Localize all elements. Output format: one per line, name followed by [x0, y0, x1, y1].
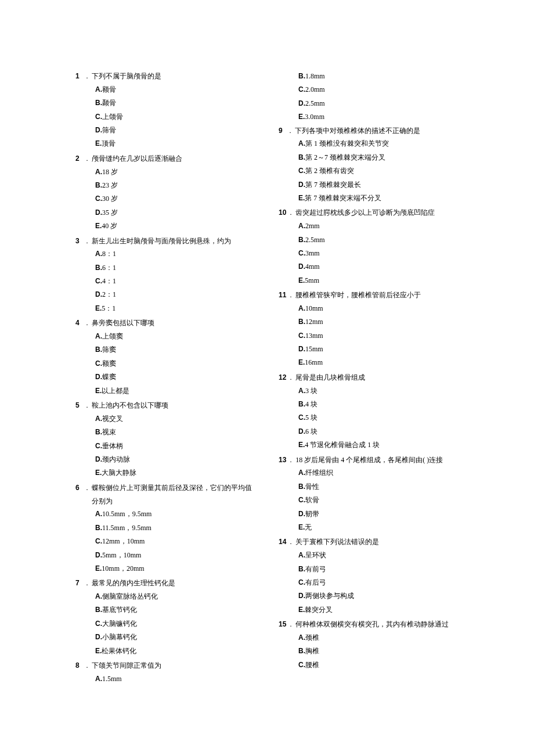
option-letter: B.: [298, 563, 305, 576]
option-letter: A.: [298, 137, 305, 150]
option-letter: C.: [298, 329, 305, 343]
question-separator: ．: [84, 235, 91, 248]
option-text: 大脑大静脉: [102, 466, 136, 480]
option-text: 第 7 颈椎棘突最长: [305, 178, 361, 192]
option-text: 13mm: [305, 329, 323, 343]
option-text: 呈环状: [305, 549, 326, 562]
question-text: 蝶鞍侧位片上可测量其前后径及深径，它们的平均值分别为: [92, 481, 255, 508]
option-letter: C.: [298, 83, 305, 96]
question-stem: 6．蝶鞍侧位片上可测量其前后径及深径，它们的平均值分别为: [75, 481, 255, 508]
question: 5．鞍上池内不包含以下哪项A.视交叉B.视束C.垂体柄D.颈内动脉E.大脑大静脉: [75, 399, 255, 480]
question-stem: 3．新生儿出生时脑颅骨与面颅骨比例悬殊，约为: [75, 235, 255, 248]
options-list: A.额骨B.颞骨C.上颌骨D.筛骨E.顶骨: [75, 83, 255, 151]
option-letter: A.: [95, 330, 102, 343]
options-list-continuation: B.1.8mmC.2.0mmD.2.5mmE.3.0mm: [279, 70, 459, 124]
option-letter: E.: [298, 192, 305, 205]
question-stem: 8．下颌关节间隙正常值为: [75, 659, 255, 672]
option-letter: D.: [298, 260, 305, 273]
option-letter: A.: [95, 507, 102, 521]
option-letter: D.: [298, 589, 305, 603]
question: 14．关于寰椎下列说法错误的是A.呈环状B.有前弓C.有后弓D.两侧块参与构成E…: [279, 535, 459, 617]
option: D.5mm，10mm: [95, 549, 255, 562]
option-letter: E.: [298, 110, 305, 124]
option: D.4mm: [298, 260, 459, 273]
option-text: 30 岁: [102, 192, 118, 206]
option: D.2：1: [95, 288, 255, 301]
question-number: 2: [75, 152, 82, 165]
option-text: 基底节钙化: [102, 603, 137, 617]
option-text: 3mm: [305, 247, 320, 260]
option-text: 8：1: [102, 247, 116, 261]
option-letter: E.: [95, 219, 102, 233]
option-text: 第 7 颈椎棘突末端不分叉: [305, 192, 381, 205]
option: B.1.8mm: [298, 70, 459, 83]
option-letter: D.: [95, 124, 102, 137]
option-letter: C.: [298, 658, 305, 672]
question-stem: 1．下列不属于脑颅骨的是: [75, 70, 255, 83]
option-text: 无: [305, 521, 312, 534]
option: E.顶骨: [95, 137, 255, 150]
option-letter: A.: [298, 219, 305, 233]
question-number: 3: [75, 235, 82, 248]
question: 1．下列不属于脑颅骨的是A.额骨B.颞骨C.上颌骨D.筛骨E.顶骨: [75, 70, 255, 151]
question-separator: ．: [84, 481, 91, 508]
option-letter: B.: [95, 261, 102, 275]
options-list: A.第 1 颈椎没有棘突和关节突B.第 2～7 颈椎棘突末端分叉C.第 2 颈椎…: [279, 137, 459, 205]
question-number: 8: [75, 659, 82, 672]
option-letter: A.: [298, 302, 305, 315]
option-letter: A.: [95, 247, 102, 261]
option: C.13mm: [298, 329, 459, 343]
question-number: 15: [279, 618, 286, 631]
option-text: 软骨: [305, 494, 319, 507]
option-text: 5mm，10mm: [102, 549, 141, 562]
options-list: A.侧脑室脉络丛钙化B.基底节钙化C.大脑镰钙化D.小脑幕钙化E.松果体钙化: [75, 590, 255, 658]
option-letter: E.: [95, 137, 102, 150]
option-text: 40 岁: [102, 219, 117, 233]
option-text: 第 2～7 颈椎棘突末端分叉: [305, 151, 385, 164]
option-text: 视束: [102, 426, 116, 439]
option-letter: C.: [95, 357, 102, 370]
question-text: 新生儿出生时脑颅骨与面颅骨比例悬殊，约为: [92, 235, 255, 248]
option-letter: D.: [95, 206, 102, 219]
option: B.6：1: [95, 261, 255, 275]
option: A.2mm: [298, 219, 459, 233]
option: A.纤维组织: [298, 466, 459, 480]
option: A.1.5mm: [95, 672, 255, 686]
option-letter: B.: [95, 343, 102, 357]
option: A.10.5mm，9.5mm: [95, 507, 255, 521]
question: 3．新生儿出生时脑颅骨与面颅骨比例悬殊，约为A.8：1B.6：1C.4：1D.2…: [75, 235, 255, 316]
option-text: 颞骨: [102, 96, 116, 110]
question-number: 4: [75, 316, 82, 330]
question-text: 下列不属于脑颅骨的是: [92, 70, 255, 83]
option: B.11.5mm，9.5mm: [95, 521, 255, 535]
option: B.筛窦: [95, 343, 255, 357]
option-text: 腰椎: [305, 658, 319, 672]
question-number: 11: [279, 289, 286, 302]
option: A.上颌窦: [95, 330, 255, 343]
question-text: 最常见的颅内生理性钙化是: [92, 577, 255, 590]
option: C.5 块: [298, 411, 459, 424]
question-separator: ．: [84, 659, 91, 672]
options-list: A.10.5mm，9.5mmB.11.5mm，9.5mmC.12mm，10mmD…: [75, 507, 255, 575]
option-text: 筛骨: [102, 124, 116, 137]
option-text: 5：1: [102, 302, 116, 315]
question-text: 腰椎椎管狭窄时，腰椎椎管前后径应小于: [295, 289, 459, 302]
option: C.30 岁: [95, 192, 255, 206]
option-text: 额骨: [102, 83, 116, 96]
option: D.第 7 颈椎棘突最长: [298, 178, 459, 192]
option-letter: B.: [298, 70, 305, 83]
option: E.松果体钙化: [95, 645, 255, 658]
option: D.2.5mm: [298, 97, 459, 110]
option-letter: B.: [95, 426, 102, 439]
option-letter: E.: [95, 645, 102, 658]
option-letter: A.: [95, 672, 102, 686]
option: B.基底节钙化: [95, 603, 255, 617]
option: D.6 块: [298, 425, 459, 438]
option: B.第 2～7 颈椎棘突末端分叉: [298, 151, 459, 164]
option-letter: C.: [298, 411, 305, 424]
option: A.侧脑室脉络丛钙化: [95, 590, 255, 603]
option-letter: C.: [95, 192, 102, 206]
question-separator: ．: [287, 371, 294, 384]
option: C.3mm: [298, 247, 459, 260]
option: A.10mm: [298, 302, 459, 315]
